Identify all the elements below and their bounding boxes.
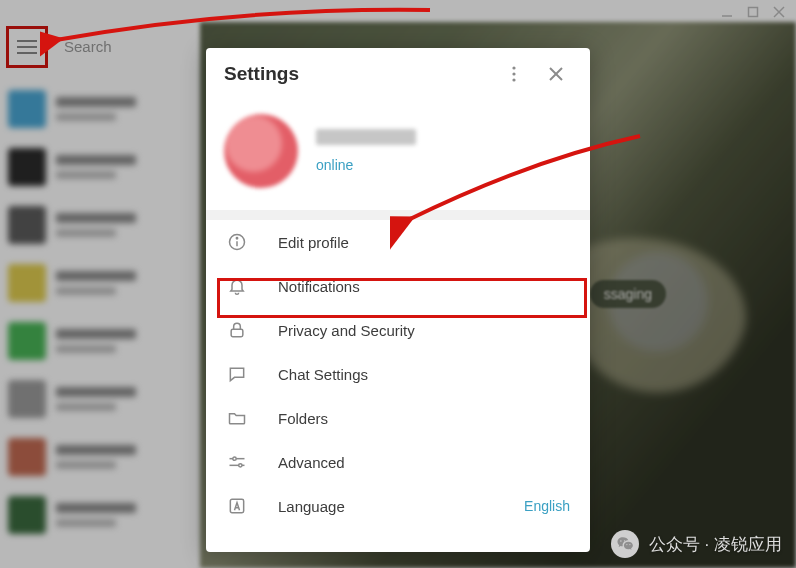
wechat-icon [611, 530, 639, 558]
menu-item-label: Folders [278, 410, 570, 427]
menu-item-label: Advanced [278, 454, 570, 471]
maximize-button[interactable] [744, 3, 762, 21]
menu-edit-profile[interactable]: Edit profile [206, 220, 590, 264]
svg-rect-1 [749, 8, 758, 17]
folder-icon [226, 407, 248, 429]
lock-icon [226, 319, 248, 341]
menu-privacy[interactable]: Privacy and Security [206, 308, 590, 352]
window-controls [718, 3, 788, 21]
svg-point-14 [233, 457, 236, 460]
settings-header: Settings [206, 48, 590, 100]
settings-title: Settings [224, 63, 498, 85]
menu-chat-settings[interactable]: Chat Settings [206, 352, 590, 396]
avatar[interactable] [224, 114, 298, 188]
close-modal-button[interactable] [540, 58, 572, 90]
chat-icon [226, 363, 248, 385]
minimize-button[interactable] [718, 3, 736, 21]
profile-status: online [316, 157, 416, 173]
sliders-icon [226, 451, 248, 473]
svg-point-11 [236, 238, 237, 239]
watermark-text: 公众号 · 凌锐应用 [649, 533, 782, 556]
more-menu-button[interactable] [498, 58, 530, 90]
menu-item-label: Notifications [278, 278, 570, 295]
profile-section: online [206, 100, 590, 210]
watermark: 公众号 · 凌锐应用 [611, 530, 782, 558]
language-icon [226, 495, 248, 517]
svg-rect-12 [231, 329, 243, 337]
language-value: English [524, 498, 570, 514]
menu-notifications[interactable]: Notifications [206, 264, 590, 308]
settings-modal: Settings online Edit profile Notificatio… [206, 48, 590, 552]
separator [206, 210, 590, 220]
menu-advanced[interactable]: Advanced [206, 440, 590, 484]
settings-menu: Edit profile Notifications Privacy and S… [206, 220, 590, 528]
info-icon [226, 231, 248, 253]
menu-language[interactable]: Language English [206, 484, 590, 528]
menu-item-label: Privacy and Security [278, 322, 570, 339]
menu-item-label: Edit profile [278, 234, 570, 251]
svg-point-5 [512, 72, 515, 75]
svg-point-4 [512, 66, 515, 69]
svg-point-16 [239, 464, 242, 467]
menu-item-label: Language [278, 498, 524, 515]
profile-name [316, 129, 416, 145]
svg-point-6 [512, 78, 515, 81]
menu-folders[interactable]: Folders [206, 396, 590, 440]
close-window-button[interactable] [770, 3, 788, 21]
bell-icon [226, 275, 248, 297]
menu-item-label: Chat Settings [278, 366, 570, 383]
